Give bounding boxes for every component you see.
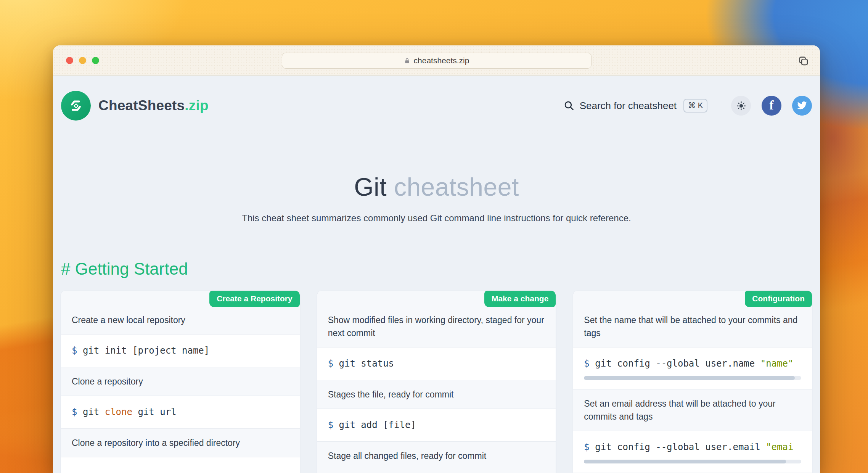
command-text: git clone git_url (83, 407, 177, 417)
card-make-a-change: Make a change Show modified files in wor… (317, 291, 556, 473)
command-row[interactable]: $ git config --global user.name "name" (573, 347, 812, 389)
prompt-symbol: $ (72, 407, 77, 417)
command-row[interactable]: $ git config --global user.email "emai (573, 431, 812, 473)
browser-titlebar: cheatsheets.zip (53, 45, 820, 76)
prompt-symbol: $ (72, 345, 77, 356)
facebook-button[interactable]: f (762, 96, 781, 116)
card-configuration: Configuration Set the name that will be … (573, 291, 812, 473)
url-text: cheatsheets.zip (414, 56, 469, 65)
scrollbar-thumb[interactable] (584, 460, 786, 463)
tab-overview-button[interactable] (796, 54, 810, 68)
address-bar[interactable]: cheatsheets.zip (282, 53, 592, 69)
twitter-button[interactable] (792, 96, 812, 116)
command-description: Stage all changed files, ready for commi… (317, 442, 556, 470)
command-row[interactable]: $ git clone git_url (61, 396, 300, 429)
section-heading-getting-started: # Getting Started (61, 259, 812, 278)
command-text: git add [file] (339, 420, 416, 430)
card-badge: Make a change (484, 291, 556, 307)
page-title-primary: Git (354, 173, 387, 201)
prompt-symbol: $ (328, 420, 333, 430)
cheatsheets-logo-icon (61, 91, 91, 121)
prompt-symbol: $ (328, 358, 333, 369)
command-text: git status (339, 358, 394, 369)
prompt-symbol: $ (584, 442, 589, 452)
webpage: CheatSheets.zip Search for cheatsheet ⌘ … (53, 76, 820, 473)
scrollbar-thumb[interactable] (584, 376, 795, 380)
site-logo[interactable]: CheatSheets.zip (61, 91, 209, 121)
window-controls (66, 45, 99, 75)
prompt-symbol: $ (584, 358, 589, 369)
command-text: git init [project name] (83, 345, 209, 356)
command-row[interactable]: $ git status (317, 347, 556, 380)
horizontal-scrollbar[interactable] (584, 460, 801, 463)
facebook-icon: f (770, 98, 774, 113)
command-text: git config --global user.email "emai (595, 442, 793, 452)
card-create-a-repository: Create a Repository Create a new local r… (61, 291, 300, 473)
twitter-icon (796, 100, 808, 111)
command-text: git config --global user.name "name" (595, 358, 793, 369)
lock-icon (404, 58, 410, 64)
close-button[interactable] (66, 57, 73, 64)
command-description: Clone a repository (61, 367, 300, 396)
header-actions: Search for cheatsheet ⌘ K (564, 96, 812, 116)
hero: Git cheatsheet This cheat sheet summariz… (61, 172, 812, 224)
search-icon (564, 100, 574, 111)
browser-window: cheatsheets.zip (53, 45, 820, 473)
site-header: CheatSheets.zip Search for cheatsheet ⌘ … (61, 91, 812, 121)
card-badge: Create a Repository (209, 291, 299, 307)
search-bar[interactable]: Search for cheatsheet ⌘ K (564, 99, 707, 113)
site-title-tld: .zip (185, 98, 208, 113)
site-title: CheatSheets.zip (98, 98, 209, 114)
page-title-secondary: cheatsheet (387, 173, 519, 201)
command-row[interactable] (61, 457, 300, 473)
page-title: Git cheatsheet (61, 172, 812, 201)
zoom-button[interactable] (92, 57, 99, 64)
page-subtitle: This cheat sheet summarizes commonly use… (61, 213, 812, 224)
command-description: Clone a repository into a specified dire… (61, 429, 300, 457)
theme-toggle-button[interactable] (731, 96, 751, 116)
card-badge: Configuration (745, 291, 812, 307)
sun-icon (736, 101, 746, 111)
command-description: Set an email address that will be attach… (573, 389, 812, 431)
command-row[interactable]: $ git add [file] (317, 409, 556, 442)
search-placeholder: Search for cheatsheet (580, 100, 677, 112)
horizontal-scrollbar[interactable] (584, 376, 801, 380)
search-shortcut-kbd: ⌘ K (683, 99, 707, 113)
command-row[interactable]: $ git init [project name] (61, 334, 300, 367)
command-description: Stages the file, ready for commit (317, 380, 556, 409)
cheatsheet-cards: Create a Repository Create a new local r… (61, 291, 812, 473)
minimize-button[interactable] (79, 57, 86, 64)
